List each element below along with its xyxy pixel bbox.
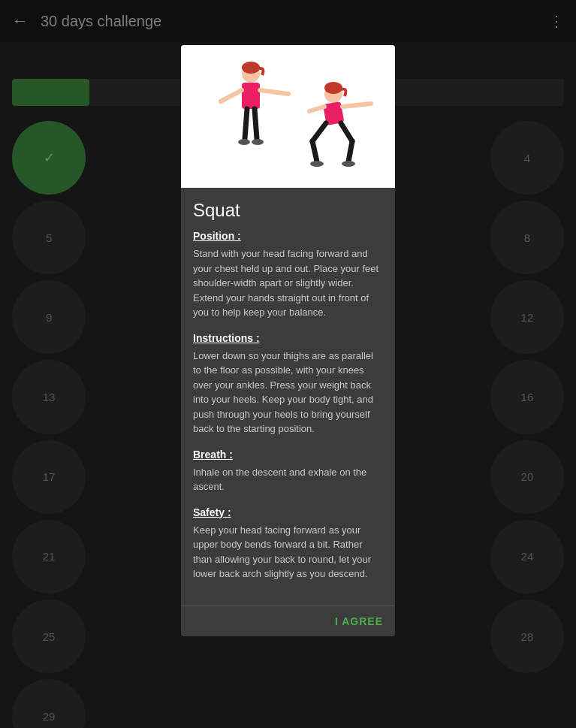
safety-heading: Safety : (193, 506, 383, 518)
svg-line-6 (255, 109, 257, 139)
instructions-text: Lower down so your thighs are as paralle… (193, 349, 383, 436)
position-heading: Position : (193, 230, 383, 242)
svg-point-18 (310, 161, 324, 167)
breath-text: Inhale on the descent and exhale on the … (193, 465, 383, 494)
svg-line-17 (348, 141, 352, 162)
agree-button[interactable]: I AGREE (335, 615, 383, 627)
svg-point-7 (238, 139, 250, 145)
svg-line-16 (312, 141, 317, 162)
svg-point-10 (324, 82, 342, 94)
svg-line-5 (245, 109, 247, 139)
safety-text: Keep your head facing forward as your up… (193, 523, 383, 581)
position-text: Stand with your head facing forward and … (193, 246, 383, 320)
modal-body[interactable]: Squat Position : Stand with your head fa… (181, 188, 395, 606)
svg-line-14 (312, 123, 326, 141)
svg-line-3 (221, 90, 242, 101)
exercise-image (181, 45, 395, 188)
modal-footer: I AGREE (181, 606, 395, 636)
svg-line-12 (342, 104, 371, 107)
svg-point-8 (252, 139, 264, 145)
instructions-heading: Instructions : (193, 332, 383, 344)
svg-line-15 (341, 123, 352, 141)
svg-rect-2 (242, 83, 260, 109)
exercise-modal: Squat Position : Stand with your head fa… (181, 45, 395, 636)
modal-overlay: Squat Position : Stand with your head fa… (0, 0, 576, 728)
squat-illustration (191, 53, 386, 180)
svg-point-19 (342, 161, 355, 167)
svg-line-13 (309, 107, 324, 111)
exercise-title: Squat (193, 200, 383, 221)
svg-line-4 (260, 90, 288, 94)
breath-heading: Breath : (193, 449, 383, 461)
